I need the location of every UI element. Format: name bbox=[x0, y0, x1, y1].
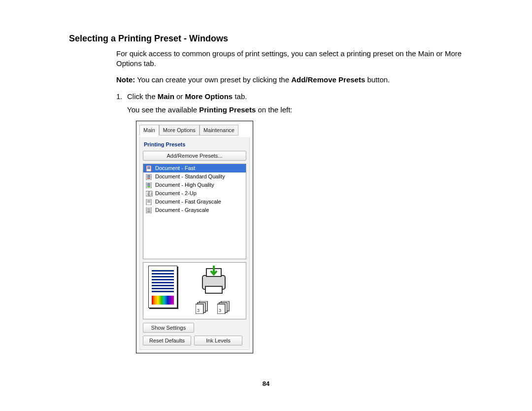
add-remove-presets-button[interactable]: Add/Remove Presets... bbox=[143, 151, 246, 161]
svg-text:3: 3 bbox=[197, 308, 200, 313]
step1-c: tab. bbox=[233, 92, 247, 101]
preset-document-grayscale[interactable]: Document - Grayscale bbox=[143, 206, 246, 214]
step-1-continuation: You see the available Printing Presets o… bbox=[127, 105, 463, 115]
document-gray-icon bbox=[146, 199, 153, 205]
show-settings-button[interactable]: Show Settings bbox=[143, 323, 194, 333]
preset-listbox[interactable]: Document - Fast Document - Standard Qual… bbox=[143, 164, 246, 259]
preview-box: 3 3 bbox=[143, 262, 246, 319]
preset-label: Document - Fast Grayscale bbox=[155, 198, 221, 205]
svg-rect-12 bbox=[147, 185, 150, 186]
svg-rect-2 bbox=[147, 168, 150, 168]
step1-mid: or bbox=[174, 92, 185, 101]
note-paragraph: Note: You can create your own preset by … bbox=[116, 75, 463, 85]
step-number: 1. bbox=[116, 92, 127, 102]
svg-rect-8 bbox=[147, 178, 150, 179]
svg-rect-23 bbox=[147, 208, 150, 209]
note-text-b: button. bbox=[365, 75, 390, 84]
preset-document-fast[interactable]: Document - Fast bbox=[143, 164, 246, 172]
preset-document-2-up[interactable]: 12 Document - 2-Up bbox=[143, 189, 246, 198]
document-preview-thumb bbox=[148, 266, 177, 308]
tab-main[interactable]: Main bbox=[139, 125, 159, 136]
svg-rect-20 bbox=[147, 201, 150, 202]
svg-rect-6 bbox=[147, 176, 150, 176]
step-text: Click the Main or More Options tab. bbox=[127, 92, 463, 102]
svg-text:3: 3 bbox=[219, 308, 221, 313]
note-bold: Add/Remove Presets bbox=[291, 75, 365, 84]
svg-text:1: 1 bbox=[147, 192, 149, 196]
preset-label: Document - Standard Quality bbox=[155, 173, 225, 180]
printer-icon bbox=[197, 266, 231, 297]
main-panel: Printing Presets Add/Remove Presets... D… bbox=[139, 137, 250, 350]
svg-rect-10 bbox=[147, 183, 150, 184]
paper-stack-icon: 3 bbox=[217, 301, 232, 314]
preset-document-high-quality[interactable]: Document - High Quality bbox=[143, 181, 246, 189]
preset-document-fast-grayscale[interactable]: Document - Fast Grayscale bbox=[143, 198, 246, 206]
svg-rect-21 bbox=[147, 202, 150, 203]
step1-cont-a: You see the available bbox=[127, 105, 199, 114]
svg-rect-29 bbox=[205, 286, 222, 293]
document-icon bbox=[146, 182, 153, 188]
preset-label: Document - Fast bbox=[155, 165, 195, 171]
reset-defaults-button[interactable]: Reset Defaults bbox=[143, 336, 191, 345]
svg-rect-24 bbox=[147, 209, 150, 210]
page-number: 84 bbox=[0, 380, 532, 387]
tab-more-options[interactable]: More Options bbox=[159, 125, 200, 136]
svg-rect-26 bbox=[147, 211, 150, 212]
svg-rect-1 bbox=[147, 167, 150, 167]
paper-stack-icon: 3 bbox=[196, 301, 210, 314]
tab-strip: Main More Options Maintenance bbox=[139, 124, 250, 135]
step-1: 1. Click the Main or More Options tab. bbox=[116, 92, 463, 102]
svg-rect-5 bbox=[147, 175, 150, 175]
document-gray-icon bbox=[146, 207, 153, 213]
preset-label: Document - High Quality bbox=[155, 181, 214, 188]
svg-rect-3 bbox=[147, 169, 150, 169]
step1-b1: Main bbox=[158, 92, 174, 101]
svg-rect-13 bbox=[147, 186, 150, 187]
two-up-icon: 12 bbox=[146, 191, 153, 197]
note-label: Note: bbox=[116, 75, 135, 84]
svg-rect-7 bbox=[147, 177, 150, 177]
step1-cont-bold: Printing Presets bbox=[199, 105, 256, 114]
document-icon bbox=[146, 174, 153, 180]
svg-rect-25 bbox=[147, 210, 150, 211]
document-page: Selecting a Printing Preset - Windows Fo… bbox=[0, 0, 532, 411]
step1-cont-b: on the left: bbox=[256, 105, 292, 114]
page-heading: Selecting a Printing Preset - Windows bbox=[69, 34, 463, 44]
note-text-a: You can create your own preset by clicki… bbox=[135, 75, 291, 84]
intro-paragraph: For quick access to common groups of pri… bbox=[116, 49, 463, 68]
step1-a: Click the bbox=[127, 92, 158, 101]
printing-presets-label: Printing Presets bbox=[144, 141, 246, 148]
preset-document-standard-quality[interactable]: Document - Standard Quality bbox=[143, 172, 246, 181]
svg-rect-11 bbox=[147, 184, 150, 185]
tab-maintenance[interactable]: Maintenance bbox=[200, 125, 238, 136]
screenshot-panel: Main More Options Maintenance Printing P… bbox=[136, 121, 253, 354]
document-icon bbox=[146, 166, 153, 171]
body-block: For quick access to common groups of pri… bbox=[116, 49, 463, 353]
svg-text:2: 2 bbox=[150, 192, 152, 196]
preset-label: Document - Grayscale bbox=[155, 206, 209, 213]
preset-label: Document - 2-Up bbox=[155, 190, 197, 197]
step1-b2: More Options bbox=[185, 92, 233, 101]
svg-rect-19 bbox=[147, 200, 150, 201]
ink-levels-button[interactable]: Ink Levels bbox=[194, 336, 242, 345]
